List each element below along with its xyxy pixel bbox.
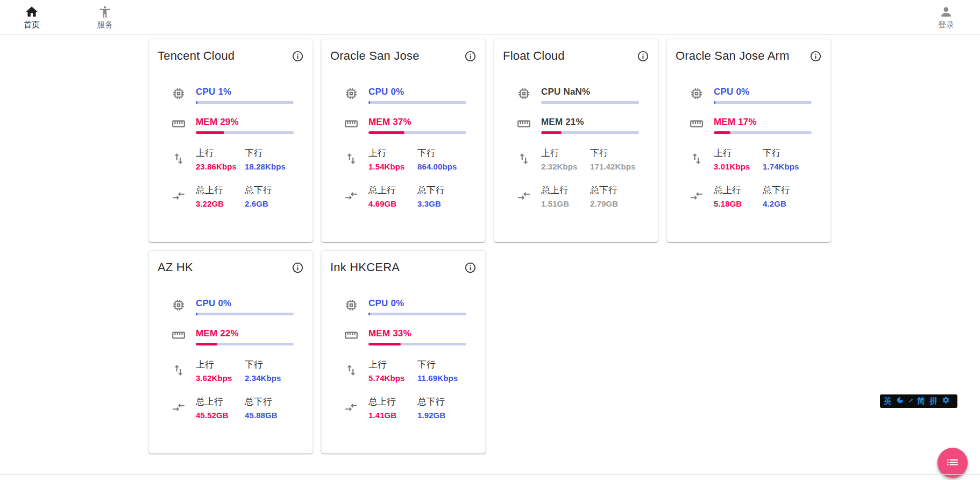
ruler-icon bbox=[330, 328, 368, 345]
total-upload-value: 3.22GB bbox=[196, 199, 245, 208]
download-label: 下行 bbox=[763, 147, 812, 159]
cpu-row: CPU 1% bbox=[158, 87, 304, 104]
up-down-arrows-icon bbox=[158, 147, 196, 171]
download-label: 下行 bbox=[417, 147, 466, 159]
ime-simplified-mode[interactable]: 简 bbox=[917, 397, 925, 405]
upload-value: 1.54Kbps bbox=[368, 162, 417, 171]
mem-progress-fill bbox=[541, 131, 562, 134]
info-icon[interactable] bbox=[637, 50, 649, 62]
cpu-chip-icon bbox=[676, 87, 714, 104]
total-download-value: 1.92GB bbox=[417, 411, 466, 420]
mem-progress-bar bbox=[714, 131, 812, 134]
gear-icon[interactable] bbox=[942, 396, 950, 406]
cpu-progress-fill bbox=[368, 101, 370, 104]
list-icon bbox=[946, 455, 960, 471]
mem-progress-fill bbox=[368, 131, 404, 134]
cpu-label: CPU 0% bbox=[196, 298, 294, 309]
download-label: 下行 bbox=[590, 147, 639, 159]
total-download-label: 总下行 bbox=[245, 184, 294, 196]
info-icon[interactable] bbox=[292, 262, 304, 274]
up-down-arrows-icon bbox=[158, 358, 196, 383]
ruler-icon bbox=[503, 117, 541, 134]
info-icon[interactable] bbox=[464, 50, 477, 62]
footer-divider bbox=[0, 474, 980, 475]
download-value: 1.74Kbps bbox=[763, 162, 812, 171]
network-speed-row: 上行 5.74Kbps 下行 11.69Kbps bbox=[330, 358, 477, 383]
server-card: Oracle San Jose CPU 0% bbox=[321, 39, 486, 242]
swap-arrows-icon bbox=[330, 396, 368, 420]
cpu-progress-fill bbox=[714, 101, 715, 104]
total-download-label: 总下行 bbox=[417, 184, 466, 196]
home-icon bbox=[25, 5, 39, 19]
cpu-row: CPU 0% bbox=[330, 87, 477, 104]
cpu-chip-icon bbox=[158, 298, 196, 315]
info-icon[interactable] bbox=[809, 50, 822, 62]
server-card: Tencent Cloud CPU 1% bbox=[148, 39, 313, 242]
info-icon[interactable] bbox=[464, 262, 477, 274]
server-name: Oracle San Jose bbox=[330, 49, 477, 63]
nav-login-label: 登录 bbox=[938, 20, 954, 30]
swap-arrows-icon bbox=[676, 184, 714, 208]
server-card: Ink HKCERA CPU 0% bbox=[321, 250, 486, 454]
download-label: 下行 bbox=[245, 147, 294, 159]
mem-row: MEM 33% bbox=[330, 328, 477, 345]
swap-arrows-icon bbox=[158, 396, 196, 420]
nav-item-login[interactable]: 登录 bbox=[927, 0, 965, 30]
mem-row: MEM 17% bbox=[676, 117, 822, 134]
mem-label: MEM 33% bbox=[368, 328, 466, 339]
mem-progress-fill bbox=[714, 131, 730, 134]
ime-english-mode[interactable]: 英 bbox=[884, 397, 892, 405]
mem-progress-bar bbox=[368, 343, 466, 345]
nav-item-services[interactable]: 服务 bbox=[86, 0, 124, 30]
total-download-value: 2.6GB bbox=[245, 199, 294, 208]
info-icon[interactable] bbox=[292, 50, 304, 62]
nav-home-label: 首页 bbox=[24, 20, 40, 30]
ime-toolbar: 英 ·’ 简 拼 bbox=[880, 394, 957, 408]
server-list-fab[interactable] bbox=[938, 448, 968, 478]
person-icon bbox=[939, 5, 953, 19]
cpu-chip-icon bbox=[503, 87, 541, 104]
swap-arrows-icon bbox=[330, 184, 368, 208]
total-upload-label: 总上行 bbox=[368, 184, 417, 196]
ime-punctuation-mode[interactable]: ·’ bbox=[908, 398, 913, 405]
top-nav: 首页 服务 登录 bbox=[0, 0, 980, 35]
cpu-progress-bar bbox=[196, 101, 294, 104]
network-speed-row: 上行 3.01Kbps 下行 1.74Kbps bbox=[676, 147, 822, 171]
cpu-progress-bar bbox=[714, 101, 812, 104]
cpu-progress-bar bbox=[541, 101, 639, 104]
cpu-label: CPU 0% bbox=[714, 87, 812, 97]
network-speed-row: 上行 23.86Kbps 下行 18.28Kbps bbox=[158, 147, 304, 171]
upload-label: 上行 bbox=[368, 358, 417, 371]
download-value: 864.00bps bbox=[417, 162, 466, 171]
ime-pinyin-mode[interactable]: 拼 bbox=[929, 397, 938, 405]
upload-value: 5.74Kbps bbox=[368, 373, 417, 383]
metrics: CPU 0% MEM 33% bbox=[330, 298, 477, 420]
moon-icon[interactable] bbox=[896, 396, 904, 406]
cpu-progress-bar bbox=[368, 101, 466, 104]
up-down-arrows-icon bbox=[503, 147, 541, 171]
mem-label: MEM 17% bbox=[714, 117, 812, 128]
total-traffic-row: 总上行 3.22GB 总下行 2.6GB bbox=[158, 184, 304, 208]
up-down-arrows-icon bbox=[676, 147, 714, 171]
cpu-label: CPU 0% bbox=[368, 87, 466, 97]
total-download-label: 总下行 bbox=[417, 396, 466, 408]
up-down-arrows-icon bbox=[330, 358, 368, 383]
total-traffic-row: 总上行 45.52GB 总下行 45.88GB bbox=[158, 396, 304, 420]
server-name: AZ HK bbox=[158, 260, 304, 274]
total-download-value: 4.2GB bbox=[763, 199, 812, 208]
upload-label: 上行 bbox=[368, 147, 417, 159]
mem-label: MEM 21% bbox=[541, 117, 639, 128]
nav-item-home[interactable]: 首页 bbox=[13, 0, 51, 30]
mem-progress-bar bbox=[196, 343, 294, 345]
mem-progress-fill bbox=[196, 343, 217, 345]
mem-label: MEM 29% bbox=[196, 117, 294, 128]
server-name: Float Cloud bbox=[503, 49, 649, 63]
total-traffic-row: 总上行 1.41GB 总下行 1.92GB bbox=[330, 396, 477, 420]
upload-value: 2.32Kbps bbox=[541, 162, 590, 171]
total-upload-value: 1.51GB bbox=[541, 199, 590, 208]
server-card: AZ HK CPU 0% ME bbox=[148, 250, 313, 454]
cpu-chip-icon bbox=[330, 87, 368, 104]
ruler-icon bbox=[676, 117, 714, 134]
mem-label: MEM 22% bbox=[196, 328, 294, 339]
total-upload-label: 总上行 bbox=[714, 184, 763, 196]
